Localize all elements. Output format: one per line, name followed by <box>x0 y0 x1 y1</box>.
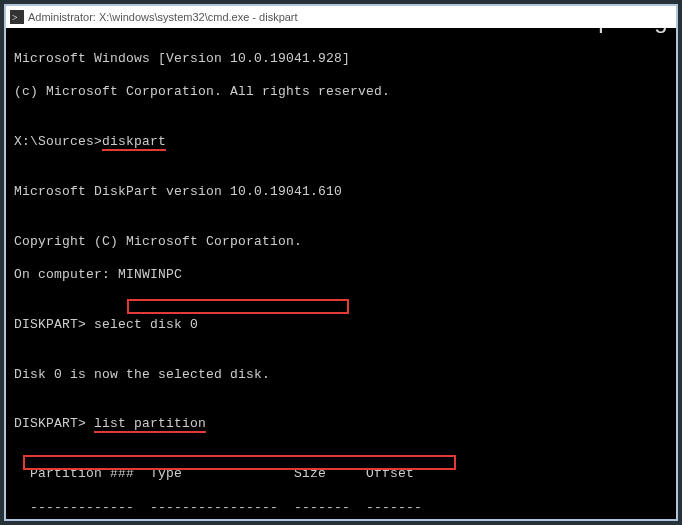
cmd-icon: > <box>10 10 24 24</box>
output-line: Copyright (C) Microsoft Corporation. <box>14 234 668 251</box>
prompt-line: DISKPART> list partition <box>14 416 668 433</box>
prompt: X:\Sources> <box>14 134 102 149</box>
prompt-line: X:\Sources>diskpart <box>14 134 668 151</box>
prompt: DISKPART> <box>14 317 94 332</box>
command-diskpart: diskpart <box>102 134 166 151</box>
output-line: (c) Microsoft Corporation. All rights re… <box>14 84 668 101</box>
terminal-output[interactable]: Microsoft Windows [Version 10.0.19041.92… <box>6 28 676 519</box>
output-line: Microsoft DiskPart version 10.0.19041.61… <box>14 184 668 201</box>
output-line: Microsoft Windows [Version 10.0.19041.92… <box>14 51 668 68</box>
output-line: On computer: MINWINPC <box>14 267 668 284</box>
command-select-disk: select disk 0 <box>94 317 198 332</box>
svg-text:>: > <box>12 12 18 23</box>
prompt-line: DISKPART> select disk 0 <box>14 317 668 334</box>
prompt: DISKPART> <box>14 416 94 431</box>
table-sep: ------------- ---------------- ------- -… <box>14 500 668 517</box>
table-header: Partition ### Type Size Offset <box>14 466 668 483</box>
cmd-window: > Administrator: X:\windows\system32\cmd… <box>4 4 678 521</box>
window-title: Administrator: X:\windows\system32\cmd.e… <box>28 11 298 23</box>
command-list-partition: list partition <box>94 416 206 433</box>
output-line: Disk 0 is now the selected disk. <box>14 367 668 384</box>
watermark-text: www.wintips.org <box>488 6 668 34</box>
